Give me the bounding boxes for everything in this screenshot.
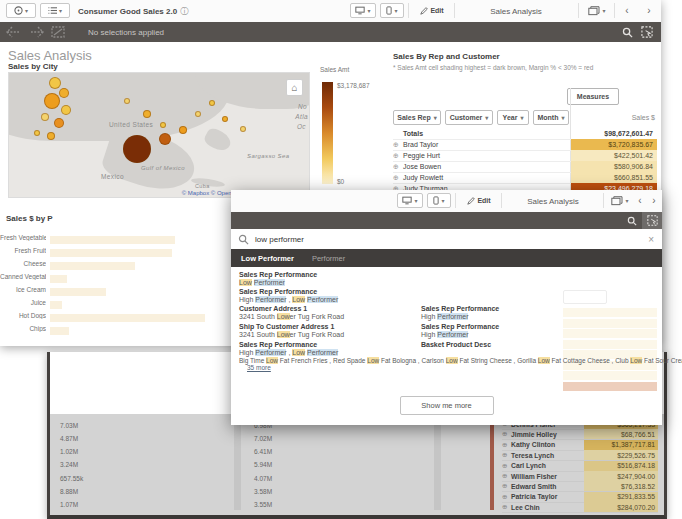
city-sales-bubble[interactable] bbox=[222, 116, 228, 122]
table-row[interactable]: ⊕Jimmie Holley$68,766.51 bbox=[502, 429, 658, 440]
search-result-group[interactable]: Sales Rep Performance Low Performer bbox=[239, 271, 654, 286]
city-sales-bubble[interactable] bbox=[49, 77, 61, 89]
product-bar[interactable] bbox=[50, 314, 205, 322]
city-sales-bubble[interactable] bbox=[179, 126, 187, 134]
smart-search-button[interactable] bbox=[617, 22, 637, 42]
city-sales-bubble[interactable] bbox=[195, 111, 201, 117]
desktop-view-button[interactable]: ▾ bbox=[350, 3, 376, 18]
table-row[interactable]: ⊕Lee Chin$284,070.20 bbox=[502, 502, 658, 513]
table-row[interactable]: ⊕Patricia Taylor$291,833.55 bbox=[502, 492, 658, 503]
product-bar[interactable] bbox=[50, 236, 175, 244]
expand-icon[interactable]: ⊕ bbox=[502, 472, 511, 480]
table-row[interactable]: ⊕Teresa Lynch$229,526.75 bbox=[502, 450, 658, 461]
show-more-button[interactable]: Show me more bbox=[400, 396, 494, 415]
step-back-icon[interactable] bbox=[6, 26, 22, 38]
search-input[interactable]: low performer bbox=[255, 235, 304, 244]
previous-sheet-button[interactable]: ‹ bbox=[618, 3, 636, 18]
product-bar[interactable] bbox=[50, 262, 135, 270]
expand-icon[interactable]: ⊕ bbox=[502, 451, 511, 459]
scrollbar[interactable] bbox=[434, 418, 441, 510]
search-result-group[interactable]: Ship To Customer Address 1 3241 South Lo… bbox=[239, 323, 654, 338]
product-bar[interactable] bbox=[50, 288, 106, 296]
table-row[interactable]: ⊕Kathy Clinton$1,387,717.81 bbox=[502, 440, 658, 451]
scrollbar[interactable] bbox=[234, 418, 241, 510]
mobile-view-button[interactable]: ▾ bbox=[380, 3, 404, 18]
table-row[interactable]: ⊕William Fisher$247,904.00 bbox=[502, 471, 658, 482]
mapbox-link[interactable]: © Mapbox bbox=[182, 190, 209, 196]
close-icon[interactable]: × bbox=[648, 234, 654, 245]
edit-button[interactable]: Edit bbox=[459, 193, 499, 208]
edit-button[interactable]: Edit bbox=[412, 3, 452, 18]
expand-icon[interactable]: ⊕ bbox=[393, 174, 403, 182]
next-sheet-button[interactable]: › bbox=[647, 193, 661, 208]
dim-button-customer[interactable]: Customer▾ bbox=[445, 110, 493, 125]
info-icon[interactable]: ⓘ bbox=[180, 6, 188, 17]
app-options-button[interactable]: ▾ bbox=[40, 3, 70, 18]
map-home-button[interactable]: ⌂ bbox=[286, 79, 303, 96]
city-sales-bubble[interactable] bbox=[54, 118, 64, 128]
map-label-atlantic-1: No bbox=[298, 103, 307, 110]
city-sales-bubble[interactable] bbox=[160, 122, 166, 128]
city-sales-bubble[interactable] bbox=[123, 135, 151, 163]
sheet-navigation-button[interactable]: ▾ bbox=[606, 193, 634, 208]
expand-icon[interactable]: ⊕ bbox=[502, 441, 511, 449]
expand-icon[interactable]: ⊕ bbox=[502, 493, 511, 501]
next-sheet-button[interactable]: › bbox=[640, 3, 658, 18]
search-result-group[interactable]: Sales Rep Performance High Performer , L… bbox=[239, 341, 654, 356]
dim-button-year[interactable]: Year▾ bbox=[497, 110, 529, 125]
map-label-mexico: Mexico bbox=[101, 173, 124, 180]
expand-icon[interactable]: ⊕ bbox=[502, 482, 511, 490]
selections-tool-button[interactable] bbox=[637, 22, 657, 42]
current-sheet-name[interactable]: Sales Analysis bbox=[503, 190, 603, 212]
city-sales-bubble[interactable] bbox=[143, 110, 151, 118]
search-result-group[interactable]: Customer Address 1 3241 South Lower Tug … bbox=[239, 305, 654, 320]
city-sales-bubble[interactable] bbox=[59, 88, 69, 98]
city-sales-bubble[interactable] bbox=[159, 133, 171, 145]
search-match-token: Performer bbox=[437, 331, 468, 338]
search-match-token: Fat Cottage Cheese , Club bbox=[550, 357, 631, 364]
clear-selections-icon[interactable] bbox=[50, 26, 66, 38]
city-sales-bubble[interactable] bbox=[41, 113, 49, 121]
step-forward-icon[interactable] bbox=[28, 26, 44, 38]
expand-icon[interactable]: ⊕ bbox=[502, 430, 511, 438]
selections-tool-button[interactable] bbox=[642, 212, 662, 229]
expand-icon[interactable]: ⊕ bbox=[393, 152, 403, 160]
dim-button-sales-rep[interactable]: Sales Rep▾ bbox=[393, 110, 441, 125]
desktop-view-button[interactable]: ▾ bbox=[397, 193, 423, 208]
navigation-menu-button[interactable]: ▾ bbox=[6, 3, 36, 18]
dim-button-month[interactable]: Month▾ bbox=[533, 110, 569, 125]
product-bar[interactable] bbox=[50, 275, 67, 283]
city-sales-bubble[interactable] bbox=[124, 98, 130, 104]
tab-low-performer[interactable]: Low Performer bbox=[241, 254, 294, 263]
expand-icon[interactable]: ⊕ bbox=[393, 163, 403, 171]
expand-icon[interactable]: ⊕ bbox=[502, 462, 511, 470]
city-sales-bubble[interactable] bbox=[44, 93, 60, 109]
city-sales-bubble[interactable] bbox=[61, 105, 71, 115]
city-sales-bubble[interactable] bbox=[34, 130, 40, 136]
product-bar[interactable] bbox=[50, 327, 69, 335]
city-sales-bubble[interactable] bbox=[47, 132, 55, 140]
back-toolbar: ▾ ▾ Consumer Good Sales 2.0 ⓘ ▾ ▾ Edit bbox=[0, 0, 661, 23]
previous-sheet-button[interactable]: ‹ bbox=[633, 193, 647, 208]
sales-by-city-map[interactable]: United States Mexico Gulf of Mexico Sarg… bbox=[8, 72, 310, 198]
mobile-view-button[interactable]: ▾ bbox=[427, 193, 451, 208]
sheet-navigation-button[interactable]: ▾ bbox=[582, 3, 612, 18]
product-bar[interactable] bbox=[50, 249, 172, 257]
table-row[interactable]: ⊕Edward Smith$76,318.52 bbox=[502, 481, 658, 492]
search-result-group[interactable]: Sales Rep Performance High Performer , L… bbox=[239, 288, 654, 303]
city-sales-bubble[interactable] bbox=[240, 126, 246, 132]
expand-icon[interactable]: ⊕ bbox=[502, 503, 511, 511]
more-results-link[interactable]: 35 more bbox=[247, 364, 271, 371]
tab-performer[interactable]: Performer bbox=[312, 254, 345, 263]
table-row[interactable]: ⊕Carl Lynch$516,874.18 bbox=[502, 461, 658, 472]
product-bar[interactable] bbox=[50, 301, 62, 309]
expand-icon[interactable]: ⊕ bbox=[393, 141, 403, 149]
basket-result-line[interactable]: Big Time Low Fat French Fries , Red Spad… bbox=[239, 357, 654, 371]
dimmed-sheet-ghost bbox=[563, 382, 657, 391]
current-sheet-name[interactable]: Sales Analysis bbox=[456, 0, 576, 22]
map-label-cuba: Cuba bbox=[195, 183, 210, 189]
measures-button[interactable]: Measures bbox=[567, 88, 619, 105]
chevron-right-icon: › bbox=[652, 195, 655, 206]
smart-search-button[interactable] bbox=[622, 212, 642, 229]
city-sales-bubble[interactable] bbox=[209, 100, 215, 106]
